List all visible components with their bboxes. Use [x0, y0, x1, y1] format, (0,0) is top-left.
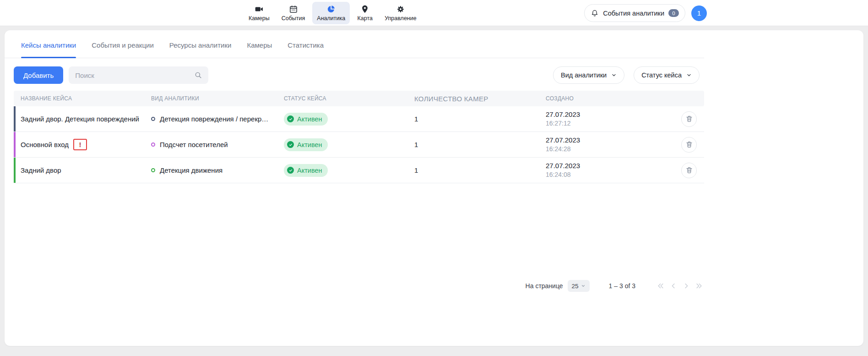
nav-item-map[interactable]: Карта	[353, 2, 377, 24]
analytics-type-label: Подсчет посетителей	[160, 141, 228, 148]
analytics-events-button[interactable]: События аналитики 0	[584, 4, 685, 22]
delete-button[interactable]	[681, 137, 697, 153]
column-header-cameras: КОЛИЧЕСТВО КАМЕР	[414, 95, 546, 103]
nav-item-events[interactable]: События	[277, 2, 310, 24]
chevron-down-icon	[581, 284, 586, 288]
prev-page-button[interactable]	[668, 280, 678, 292]
created-date: 27.07.2023	[546, 110, 674, 119]
events-calendar-icon	[289, 5, 298, 14]
nav-item-label: События	[282, 15, 305, 22]
filter-label: Статус кейса	[641, 71, 682, 79]
last-page-button[interactable]	[694, 280, 704, 292]
delete-button[interactable]	[681, 163, 697, 178]
map-pin-icon	[360, 5, 369, 14]
chevron-down-icon	[611, 72, 617, 78]
analytics-type-label: Детекция повреждения / перекр…	[160, 115, 268, 123]
created-cell: 27.07.2023 16:24:28	[546, 136, 674, 153]
gear-icon	[396, 5, 405, 14]
search-input[interactable]	[69, 66, 208, 84]
nav-item-cameras[interactable]: Камеры	[244, 2, 274, 24]
tab-statistics[interactable]: Статистика	[288, 41, 324, 58]
created-date: 27.07.2023	[546, 136, 674, 145]
chevron-right-icon	[682, 282, 690, 290]
created-cell: 27.07.2023 16:24:08	[546, 161, 674, 179]
table-header: НАЗВАНИЕ КЕЙСА ВИД АНАЛИТИКИ СТАТУС КЕЙС…	[14, 91, 704, 106]
column-header-type: ВИД АНАЛИТИКИ	[151, 95, 284, 102]
per-page-label: На странице	[526, 282, 563, 290]
app: { "colors": { "accent_blue": "#3c7bf5", …	[0, 0, 868, 356]
camera-count: 1	[414, 115, 546, 123]
bell-icon	[591, 9, 599, 17]
chevrons-right-icon	[695, 282, 703, 290]
status-label: Активен	[297, 115, 322, 123]
created-time: 16:24:08	[546, 170, 674, 179]
check-circle-icon	[287, 167, 294, 174]
column-header-status: СТАТУС КЕЙСА	[284, 95, 414, 102]
camera-count: 1	[414, 141, 546, 148]
analytics-pie-icon	[326, 5, 336, 14]
add-button[interactable]: Добавить	[14, 66, 63, 84]
analytics-type-cell: Детекция повреждения / перекр…	[151, 115, 284, 123]
analytics-type-label: Детекция движения	[160, 166, 222, 174]
tab-analytics-cases[interactable]: Кейсы аналитики	[21, 41, 76, 58]
table-row[interactable]: Задний двор Детекция движения Активен	[14, 158, 704, 183]
status-label: Активен	[297, 141, 322, 148]
tab-cameras[interactable]: Камеры	[247, 41, 272, 58]
warning-icon: !	[73, 139, 87, 150]
row-accent-bar	[14, 158, 16, 183]
camera-count: 1	[414, 166, 546, 174]
events-count-badge: 0	[668, 9, 679, 17]
check-circle-icon	[287, 115, 294, 122]
row-accent-bar	[14, 106, 16, 131]
main-nav: Камеры События Аналитика Карта	[244, 2, 421, 24]
table-row[interactable]: Основной вход ! Подсчет посетителей Акти…	[14, 132, 704, 158]
pagination: На странице 25 1 – 3 of 3	[14, 279, 704, 293]
search-icon	[194, 71, 202, 79]
search-box	[69, 66, 208, 84]
first-page-button[interactable]	[656, 280, 666, 292]
next-page-button[interactable]	[681, 280, 691, 292]
status-label: Активен	[297, 167, 322, 174]
per-page-select[interactable]: 25	[568, 280, 590, 292]
case-name: Задний двор	[21, 166, 61, 174]
events-button-label: События аналитики	[603, 10, 664, 17]
analytics-type-icon	[151, 168, 155, 172]
cases-table: НАЗВАНИЕ КЕЙСА ВИД АНАЛИТИКИ СТАТУС КЕЙС…	[14, 91, 704, 183]
tab-bar: Кейсы аналитики События и реакции Ресурс…	[5, 30, 704, 58]
chevron-left-icon	[669, 282, 678, 290]
page-range: 1 – 3 of 3	[609, 282, 635, 290]
analytics-type-cell: Детекция движения	[151, 166, 284, 174]
pager-controls	[656, 280, 704, 292]
chevrons-left-icon	[656, 282, 665, 290]
tab-analytics-resources[interactable]: Ресурсы аналитики	[169, 41, 232, 58]
nav-item-label: Аналитика	[317, 15, 345, 22]
header-right: События аналитики 0 1	[584, 4, 707, 22]
analytics-type-icon	[151, 142, 155, 147]
trash-icon	[685, 166, 693, 174]
toolbar: Добавить Вид аналитики Статус кейса	[14, 66, 700, 84]
nav-item-label: Управление	[385, 15, 417, 22]
created-cell: 27.07.2023 16:27:12	[546, 110, 674, 128]
analytics-type-filter[interactable]: Вид аналитики	[553, 66, 624, 84]
trash-icon	[685, 115, 693, 123]
row-accent-bar	[14, 132, 16, 157]
column-header-created: СОЗДАНО	[546, 95, 674, 102]
status-badge: Активен	[284, 138, 328, 151]
created-time: 16:27:12	[546, 119, 674, 128]
created-time: 16:24:28	[546, 145, 674, 153]
case-name: Задний двор. Детекция повреждений	[21, 115, 139, 123]
table-row[interactable]: Задний двор. Детекция повреждений Детекц…	[14, 106, 704, 132]
user-avatar[interactable]: 1	[691, 5, 707, 21]
filter-label: Вид аналитики	[561, 71, 607, 79]
content-area: Кейсы аналитики События и реакции Ресурс…	[5, 30, 704, 346]
nav-item-label: Камеры	[249, 15, 270, 22]
case-status-filter[interactable]: Статус кейса	[634, 66, 700, 84]
created-date: 27.07.2023	[546, 161, 674, 170]
nav-item-management[interactable]: Управление	[380, 2, 421, 24]
nav-item-analytics[interactable]: Аналитика	[312, 2, 350, 24]
delete-button[interactable]	[681, 111, 697, 127]
per-page-value: 25	[572, 283, 579, 290]
tab-events-reactions[interactable]: События и реакции	[92, 41, 154, 58]
content-card: Кейсы аналитики События и реакции Ресурс…	[5, 30, 863, 346]
check-circle-icon	[287, 141, 294, 148]
